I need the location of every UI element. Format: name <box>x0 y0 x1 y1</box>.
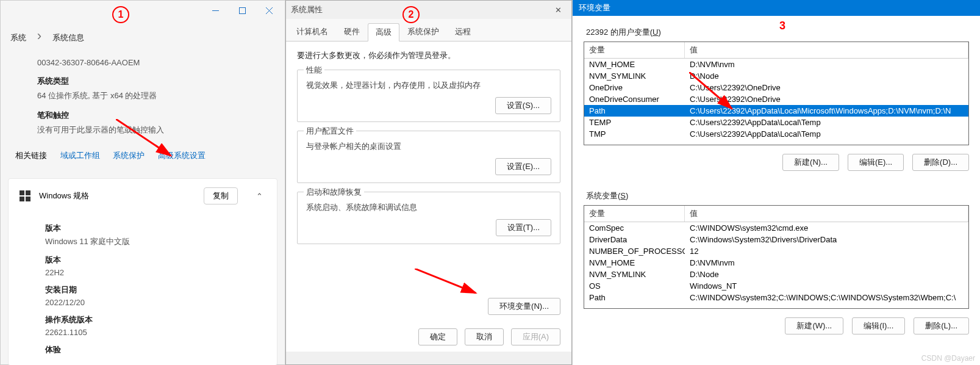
tab-advanced[interactable]: 高级 <box>368 23 399 42</box>
cell-val: Windows_NT <box>685 280 968 292</box>
cell-var: NVM_SYMLINK <box>584 269 685 280</box>
cell-var: TMP <box>584 128 685 140</box>
user-new-button[interactable]: 新建(N)... <box>782 154 839 171</box>
table-row[interactable]: NVM_SYMLINKD:\Node <box>584 70 968 82</box>
col-value[interactable]: 值 <box>685 206 968 222</box>
minimize-button[interactable] <box>202 2 229 19</box>
user-vars-label: 22392 的用户变量(U) <box>573 16 980 42</box>
system-new-button[interactable]: 新建(W)... <box>785 317 843 334</box>
link-domain[interactable]: 域或工作组 <box>60 151 100 160</box>
breadcrumb: 系统 › 系统信息 <box>1 20 285 54</box>
user-vars-table[interactable]: 变量 值 NVM_HOMED:\NVM\nvmNVM_SYMLINKD:\Nod… <box>584 42 969 145</box>
cell-var: OneDrive <box>584 82 685 93</box>
cell-var: OS <box>584 280 685 292</box>
system-vars-table[interactable]: 变量 值 ComSpecC:\WINDOWS\system32\cmd.exeD… <box>584 205 969 309</box>
system-settings-window: 系统 › 系统信息 00342-36307-80646-AAOEM 系统类型 6… <box>0 0 285 365</box>
system-delete-button[interactable]: 删除(L)... <box>914 317 969 334</box>
cell-var: DriverData <box>584 234 685 245</box>
performance-legend: 性能 <box>304 65 324 76</box>
cell-var: TEMP <box>584 117 685 128</box>
windows-spec-card: Windows 规格 复制 ⌃ 版本 Windows 11 家庭中文版 版本 2… <box>8 178 277 365</box>
tab-system-protection[interactable]: 系统保护 <box>399 23 447 41</box>
system-edit-button[interactable]: 编辑(I)... <box>852 317 905 334</box>
col-variable[interactable]: 变量 <box>584 42 685 58</box>
arrow-annotation-1 <box>116 119 183 168</box>
dialog-titlebar: 系统属性 ✕ <box>286 1 571 19</box>
cell-var: NUMBER_OF_PROCESSORS <box>584 245 685 257</box>
cell-var: ComSpec <box>584 222 685 234</box>
system-properties-dialog: 系统属性 ✕ 计算机名 硬件 高级 系统保护 远程 要进行大多数更改，你必须作为… <box>285 0 572 365</box>
system-type-label: 系统类型 <box>15 76 270 87</box>
tab-row: 计算机名 硬件 高级 系统保护 远程 <box>286 19 571 42</box>
table-row[interactable]: OneDriveC:\Users\22392\OneDrive <box>584 82 968 93</box>
install-date-value: 2022/12/20 <box>45 298 262 307</box>
table-row[interactable]: PathC:\Users\22392\AppData\Local\Microso… <box>584 105 968 117</box>
performance-desc: 视觉效果，处理器计划，内存使用，以及虚拟内存 <box>306 80 551 91</box>
os-build-label: 操作系统版本 <box>45 314 262 325</box>
chevron-right-icon: › <box>37 28 41 43</box>
apply-button[interactable]: 应用(A) <box>511 328 560 345</box>
breadcrumb-a[interactable]: 系统 <box>10 33 26 42</box>
card-title: Windows 规格 <box>39 190 89 201</box>
user-profiles-settings-button[interactable]: 设置(E)... <box>495 158 551 175</box>
cell-var: NVM_HOME <box>584 59 685 70</box>
grid-icon <box>20 190 30 201</box>
table-row[interactable]: NVM_HOMED:\NVM\nvm <box>584 257 968 269</box>
table-row[interactable]: NUMBER_OF_PROCESSORS12 <box>584 245 968 257</box>
dialog-title: 系统属性 <box>291 4 323 15</box>
close-button[interactable] <box>256 2 282 19</box>
breadcrumb-b: 系统信息 <box>52 33 84 42</box>
cell-val: C:\Windows\System32\Drivers\DriverData <box>685 234 968 245</box>
experience-label: 体验 <box>45 344 262 355</box>
user-delete-button[interactable]: 删除(D)... <box>912 154 969 171</box>
cancel-button[interactable]: 取消 <box>465 328 504 345</box>
product-id: 00342-36307-80646-AAOEM <box>15 58 270 67</box>
cell-var: Path <box>584 292 685 303</box>
user-profiles-legend: 用户配置文件 <box>304 126 356 137</box>
performance-group: 性能 视觉效果，处理器计划，内存使用，以及虚拟内存 设置(S)... <box>297 70 560 122</box>
tab-remote[interactable]: 远程 <box>447 23 479 41</box>
cell-val: C:\Users\22392\AppData\Local\Temp <box>685 128 968 140</box>
table-row[interactable]: NVM_SYMLINKD:\Node <box>584 269 968 280</box>
table-row[interactable]: OneDriveConsumerC:\Users\22392\OneDrive <box>584 93 968 105</box>
table-row[interactable]: DriverDataC:\Windows\System32\Drivers\Dr… <box>584 234 968 245</box>
annotation-circle-2: 2 <box>402 6 420 23</box>
cell-val: D:\NVM\nvm <box>685 59 968 70</box>
annotation-number-3: 3 <box>779 20 785 32</box>
svg-line-6 <box>689 72 732 109</box>
col-value[interactable]: 值 <box>685 42 968 58</box>
env-titlebar: 环境变量 <box>573 0 980 16</box>
version-label: 版本 <box>45 223 262 234</box>
cell-var: Path <box>584 105 685 117</box>
table-row[interactable]: TEMPC:\Users\22392\AppData\Local\Temp <box>584 117 968 128</box>
watermark: CSDN @Dayaer <box>921 354 975 363</box>
chevron-up-icon[interactable]: ⌃ <box>252 192 266 201</box>
links-label: 相关链接 <box>15 151 47 160</box>
close-icon[interactable]: ✕ <box>549 5 567 15</box>
ok-button[interactable]: 确定 <box>418 328 457 345</box>
performance-settings-button[interactable]: 设置(S)... <box>495 97 551 114</box>
startup-group: 启动和故障恢复 系统启动、系统故障和调试信息 设置(T)... <box>297 192 560 244</box>
cell-var: OneDriveConsumer <box>584 93 685 105</box>
environment-variables-button[interactable]: 环境变量(N)... <box>488 298 560 315</box>
startup-settings-button[interactable]: 设置(T)... <box>496 219 551 236</box>
col-variable[interactable]: 变量 <box>584 206 685 222</box>
user-edit-button[interactable]: 编辑(E)... <box>848 154 904 171</box>
cell-var: NVM_SYMLINK <box>584 70 685 82</box>
install-date-label: 安装日期 <box>45 284 262 295</box>
system-type-value: 64 位操作系统, 基于 x64 的处理器 <box>15 90 270 101</box>
table-row[interactable]: OSWindows_NT <box>584 280 968 292</box>
tab-hardware[interactable]: 硬件 <box>336 23 368 41</box>
tab-computer-name[interactable]: 计算机名 <box>288 23 336 41</box>
table-row[interactable]: PathC:\WINDOWS\system32;C:\WINDOWS;C:\WI… <box>584 292 968 303</box>
table-row[interactable]: NVM_HOMED:\NVM\nvm <box>584 59 968 70</box>
svg-line-5 <box>415 269 476 293</box>
table-row[interactable]: ComSpecC:\WINDOWS\system32\cmd.exe <box>584 222 968 234</box>
copy-button[interactable]: 复制 <box>204 187 238 204</box>
maximize-button[interactable] <box>229 2 256 19</box>
table-row[interactable]: TMPC:\Users\22392\AppData\Local\Temp <box>584 128 968 140</box>
user-profiles-group: 用户配置文件 与登录帐户相关的桌面设置 设置(E)... <box>297 131 560 183</box>
arrow-annotation-2 <box>415 269 488 305</box>
cell-var: NVM_HOME <box>584 257 685 269</box>
system-vars-label: 系统变量(S) <box>573 179 980 205</box>
